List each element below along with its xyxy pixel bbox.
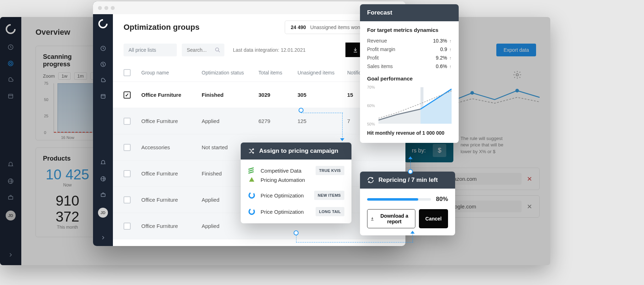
download-icon (370, 216, 374, 221)
globe-icon[interactable] (7, 178, 14, 184)
metric-label: Revenue (367, 38, 387, 44)
clock-icon[interactable] (7, 44, 14, 50)
download-icon (353, 47, 358, 53)
row-checkbox[interactable] (124, 118, 131, 125)
search-icon (214, 47, 221, 53)
metric-row: Profit margin 0.9 ↑ (367, 45, 452, 54)
assign-tag: TRUE KVIS (316, 166, 344, 175)
col-unassigned[interactable]: Unasigned items (298, 70, 347, 76)
cell-name: Accessories (141, 144, 202, 150)
cell-total: 6279 (258, 118, 298, 124)
assign-option[interactable]: Competitive DataTRUE KVIS (241, 163, 351, 175)
download-report-button[interactable]: Download a report (367, 209, 415, 228)
svg-point-9 (515, 89, 519, 93)
arrow-up-icon: ↑ (449, 55, 452, 61)
shuffle-icon (248, 147, 255, 155)
metric-row: Profit 9.2% ↑ (367, 54, 452, 62)
gear-icon[interactable] (513, 70, 522, 79)
cell-status: Applied (202, 223, 258, 229)
globe-icon[interactable] (100, 176, 106, 182)
forecast-header: Forecast (360, 4, 459, 21)
connector-arrow-up (408, 156, 413, 159)
logo-icon (4, 22, 18, 36)
metric-value: 9.2% (436, 55, 447, 61)
assign-label: Price Optimization (261, 192, 309, 199)
campaign-icon (248, 167, 256, 174)
avatar[interactable]: JD (98, 208, 108, 218)
traffic-light-min[interactable] (104, 6, 108, 10)
row-checkbox[interactable] (124, 170, 131, 177)
scanning-title: Scanning progress (43, 53, 92, 68)
products-now-label: Now (43, 183, 92, 188)
briefcase-icon[interactable] (7, 194, 14, 201)
filter-currency[interactable]: $ (433, 144, 446, 157)
chevron-right-icon[interactable] (7, 252, 14, 258)
metric-label: Profit (367, 55, 379, 61)
scanning-panel: Scanning progress Zoom 1w 1m 3m 75 50 25… (36, 46, 99, 140)
price-list-filter[interactable]: All price lists (124, 44, 177, 56)
cloud-icon[interactable] (100, 77, 106, 83)
remove-icon[interactable]: ✕ (527, 175, 532, 183)
forecast-goal-text: Hit monthly revenue of 1 000 000 (367, 130, 452, 136)
svg-rect-5 (9, 196, 13, 199)
products-month-count: 910 372 (43, 193, 92, 225)
scanning-chart: 75 50 25 0 16 Now 17 N (54, 83, 92, 133)
goal-performance-chart: 70% 60% 50% (367, 85, 452, 126)
export-button[interactable]: Export data (496, 44, 536, 56)
chevron-right-icon[interactable] (100, 235, 106, 241)
traffic-light-max[interactable] (111, 6, 115, 10)
download-label: Download a report (376, 213, 412, 224)
cell-name: Office Furniture (141, 118, 202, 124)
row-checkbox[interactable] (124, 196, 131, 203)
y-tick: 60% (367, 104, 375, 108)
cell-name: Office Furniture (141, 223, 202, 229)
calendar-icon[interactable] (100, 93, 106, 99)
cloud-icon[interactable] (7, 77, 14, 83)
row-checkbox[interactable] (124, 144, 131, 151)
products-panel: Products 10 425 Now 910 372 This month (36, 147, 99, 237)
svg-point-1 (8, 61, 13, 66)
svg-point-8 (470, 91, 474, 95)
calendar-icon[interactable] (7, 93, 14, 99)
cell-name: Office Furniture (141, 92, 202, 98)
dollar-icon[interactable] (100, 61, 106, 67)
metric-row: Revenue 10.3% ↑ (367, 37, 452, 45)
assign-title: Assign to pricing campaign (259, 147, 338, 155)
zoom-1w[interactable]: 1w (58, 72, 71, 80)
assign-option[interactable]: Pricing Automation (241, 175, 351, 187)
select-all-checkbox[interactable] (124, 69, 131, 76)
connector-line (413, 233, 413, 242)
connector-line (296, 242, 413, 242)
y-tick: 70% (367, 85, 375, 89)
remove-icon[interactable]: ✕ (527, 203, 532, 211)
clock-icon[interactable] (100, 45, 106, 51)
zoom-1m[interactable]: 1m (74, 72, 87, 80)
col-group-name[interactable]: Group name (141, 70, 202, 76)
products-month-label: This month (43, 225, 92, 230)
last-sync-text: Last data integration: 12.01.2021 (233, 47, 340, 53)
target-icon[interactable] (7, 60, 14, 67)
traffic-light-close[interactable] (98, 6, 102, 10)
cancel-button[interactable]: Cancel (419, 209, 448, 228)
assign-option[interactable]: Price OptimizationLONG TAIL (241, 203, 351, 220)
y-tick: 0 (44, 130, 46, 135)
zoom-controls[interactable]: Zoom 1w 1m 3m (43, 72, 92, 80)
assign-header: Assign to pricing campaign (241, 142, 351, 160)
col-status[interactable]: Optimization status (202, 70, 258, 76)
bell-icon[interactable] (100, 160, 106, 166)
y-tick: 75 (44, 81, 48, 85)
row-checkbox[interactable] (124, 223, 131, 230)
connector-line (296, 235, 296, 242)
assign-tag: NEW ITEMS (314, 191, 344, 200)
row-checkbox[interactable] (124, 91, 131, 99)
assign-option[interactable]: Price OptimizationNEW ITEMS (241, 187, 351, 203)
connector-line (301, 113, 343, 113)
col-total[interactable]: Total items (258, 70, 298, 76)
products-now-count: 10 425 (43, 167, 92, 183)
bell-icon[interactable] (7, 162, 14, 168)
briefcase-icon[interactable] (100, 192, 106, 198)
page-title: Optimization groups (124, 23, 278, 32)
repricing-card: Repricing / 7 min left 80% Download a re… (360, 172, 455, 235)
svg-point-2 (10, 62, 12, 65)
avatar[interactable]: JD (6, 211, 16, 220)
